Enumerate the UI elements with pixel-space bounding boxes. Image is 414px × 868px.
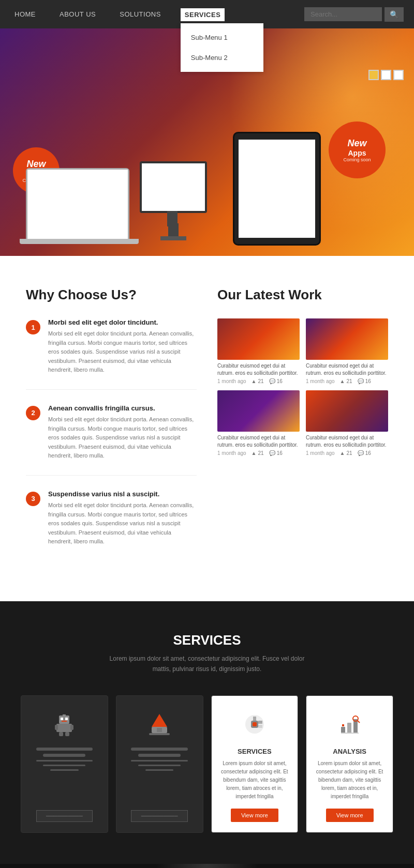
services-card-text: Lorem ipsum dolor sit amet, consectetur …	[219, 759, 290, 801]
svg-rect-16	[253, 722, 257, 726]
latest-work-title: Our Latest Work	[217, 287, 388, 303]
why-item-1: 1 Morbi sed elit eget dolor tincidunt. M…	[26, 318, 197, 390]
why-heading-3: Suspendisse varius nisl a suscipit.	[48, 490, 197, 498]
nav-item-home[interactable]: HOME	[10, 8, 40, 21]
why-num-2: 2	[26, 406, 40, 420]
dot-1[interactable]	[368, 70, 379, 80]
service-card-1: ──────────	[21, 695, 108, 833]
work-like-4: ▲ 21	[340, 450, 352, 456]
spotlight-effect	[155, 864, 259, 868]
services-section-desc: Lorem ipsum dolor sit amet, consectetur …	[103, 653, 310, 675]
work-meta-4: 1 month ago ▲ 21 💬 16	[306, 450, 388, 456]
why-heading-1: Morbi sed elit eget dolor tincidunt.	[48, 318, 197, 326]
work-item-2[interactable]: Curabitur euismod eget dui at rutrum. er…	[306, 318, 388, 384]
work-like-1: ▲ 21	[252, 378, 264, 384]
svg-rect-2	[65, 718, 68, 720]
svg-rect-18	[258, 721, 262, 724]
service-icon-4	[334, 709, 365, 740]
services-dark-section: SERVICES Lorem ipsum dolor sit amet, con…	[0, 601, 414, 864]
why-item-3: 3 Suspendisse varius nisl a suscipit. Mo…	[26, 490, 197, 561]
badge-new-right: New	[347, 138, 366, 149]
why-item-2: 2 Aenean convallis fringilla cursus. Mor…	[26, 404, 197, 476]
service-bar-1b	[43, 754, 85, 757]
svg-rect-19	[258, 725, 262, 728]
work-img-3	[217, 390, 300, 432]
tablet-screen	[239, 140, 315, 238]
work-caption-4: Curabitur euismod eget dui at rutrum. er…	[306, 434, 388, 449]
svg-rect-9	[63, 714, 66, 717]
work-img-2	[306, 318, 388, 360]
search-input[interactable]	[304, 7, 382, 21]
why-text-2: Morbi sed elit eget dolor tincidunt port…	[48, 415, 197, 461]
svg-rect-4	[56, 724, 72, 732]
work-meta-1: 1 month ago ▲ 21 💬 16	[217, 378, 300, 384]
why-content-1: Morbi sed elit eget dolor tincidunt. Mor…	[48, 318, 197, 375]
work-comment-1: 💬 16	[269, 378, 283, 384]
service-bar-2a	[131, 748, 187, 751]
svg-rect-13	[157, 728, 162, 732]
badge-sub-right: Coming soon	[343, 157, 371, 162]
services-grid: ────────── ──────────	[21, 695, 393, 833]
service-bar-1a	[36, 748, 93, 751]
hero-badge-right: New Apps Coming soon	[329, 121, 386, 178]
service-icon-3	[239, 709, 270, 740]
service-icon-2	[144, 709, 175, 740]
work-item-3[interactable]: Curabitur euismod eget dui at rutrum. er…	[217, 390, 300, 456]
device-monitor	[140, 161, 207, 213]
service-card-1-btn[interactable]: ──────────	[36, 810, 93, 822]
work-comment-4: 💬 16	[358, 450, 371, 456]
work-caption-1: Curabitur euismod eget dui at rutrum. er…	[217, 362, 300, 377]
service-card-analysis: ANALYSIS Lorem ipsum dolor sit amet, con…	[306, 695, 393, 833]
svg-rect-8	[65, 732, 69, 736]
dropdown-item-2[interactable]: Sub-Menu 2	[181, 48, 263, 68]
nav-item-solutions[interactable]: SOLUTIONS	[115, 8, 165, 21]
nav-item-about[interactable]: ABOUT US	[55, 8, 100, 21]
svg-rect-20	[341, 727, 345, 733]
why-num-3: 3	[26, 492, 40, 506]
service-card-2: ──────────	[116, 695, 203, 833]
work-item-1[interactable]: Curabitur euismod eget dui at rutrum. er…	[217, 318, 300, 384]
analysis-card-text: Lorem ipsum dolor sit amet, consectetur …	[314, 759, 385, 801]
svg-rect-17	[253, 717, 256, 721]
svg-rect-7	[59, 732, 63, 736]
dot-3[interactable]	[393, 70, 404, 80]
nav-item-services[interactable]: SERVICES	[181, 8, 225, 21]
work-meta-3: 1 month ago ▲ 21 💬 16	[217, 450, 300, 456]
svg-marker-11	[152, 714, 167, 727]
why-heading-2: Aenean convallis fringilla cursus.	[48, 404, 197, 412]
work-comment-3: 💬 16	[269, 450, 283, 456]
svg-rect-1	[61, 718, 63, 720]
svg-line-26	[358, 721, 360, 723]
dropdown-menu: Sub-Menu 1 Sub-Menu 2	[181, 23, 263, 72]
nav-search: 🔍	[304, 7, 404, 22]
work-item-4[interactable]: Curabitur euismod eget dui at rutrum. er…	[306, 390, 388, 456]
services-card-btn[interactable]: View more	[231, 809, 278, 822]
work-like-2: ▲ 21	[340, 378, 352, 384]
svg-rect-12	[149, 733, 170, 735]
why-text-3: Morbi sed elit eget dolor tincidunt port…	[48, 501, 197, 546]
why-text-1: Morbi sed elit eget dolor tincidunt port…	[48, 329, 197, 375]
why-content-3: Suspendisse varius nisl a suscipit. Morb…	[48, 490, 197, 546]
search-button[interactable]: 🔍	[385, 7, 404, 22]
svg-rect-6	[70, 725, 73, 730]
svg-rect-3	[62, 721, 67, 722]
analysis-card-btn[interactable]: View more	[326, 809, 374, 822]
svg-rect-23	[342, 724, 344, 726]
services-section-title: SERVICES	[21, 632, 393, 648]
work-img-1	[217, 318, 300, 360]
service-icon-1	[49, 709, 80, 740]
device-laptop	[26, 168, 129, 240]
work-time-1: 1 month ago	[217, 378, 246, 384]
latest-work-col: Our Latest Work Curabitur euismod eget d…	[217, 287, 388, 575]
work-time-2: 1 month ago	[306, 378, 335, 384]
badge-apps-right: Apps	[348, 149, 366, 157]
service-card-services: SERVICES Lorem ipsum dolor sit amet, con…	[211, 695, 299, 833]
work-like-3: ▲ 21	[252, 450, 264, 456]
nav-dropdown-services[interactable]: SERVICES Sub-Menu 1 Sub-Menu 2	[181, 10, 225, 19]
navbar: HOME ABOUT US SOLUTIONS SERVICES Sub-Men…	[0, 0, 414, 28]
dot-2[interactable]	[381, 70, 391, 80]
dropdown-item-1[interactable]: Sub-Menu 1	[181, 27, 263, 48]
hero-slider-dots	[368, 70, 404, 80]
service-card-2-btn[interactable]: ──────────	[131, 810, 187, 822]
two-col-section: Why Choose Us? 1 Morbi sed elit eget dol…	[0, 256, 414, 601]
